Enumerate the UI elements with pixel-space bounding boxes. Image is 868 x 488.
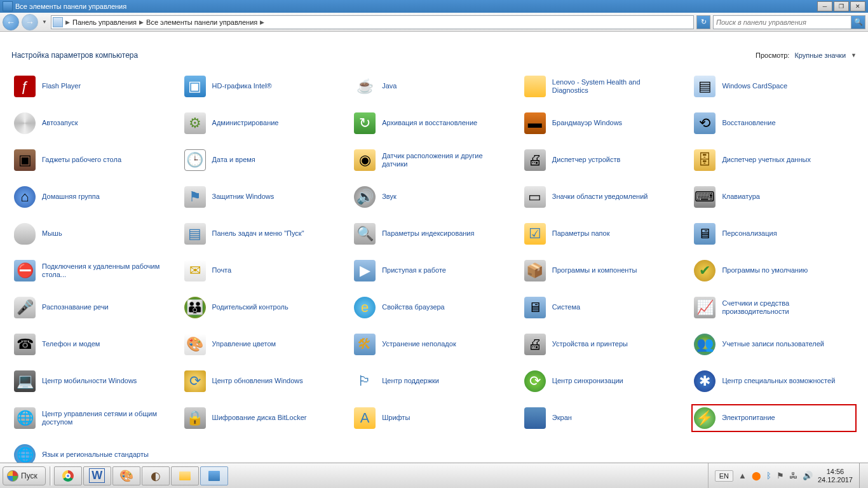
cp-item[interactable]: ↻Архивация и восстановление: [351, 109, 517, 137]
cp-item[interactable]: 🖨Диспетчер устройств: [522, 146, 687, 174]
cp-item[interactable]: 🗄Диспетчер учетных данных: [691, 146, 857, 174]
language-indicator[interactable]: EN: [715, 470, 733, 482]
cp-item[interactable]: ▤Панель задач и меню "Пуск": [182, 220, 347, 248]
cp-item[interactable]: 🔒Шифрование диска BitLocker: [182, 404, 347, 432]
back-button[interactable]: ←: [3, 14, 19, 30]
chevron-right-icon[interactable]: ▶: [139, 19, 144, 25]
cp-item[interactable]: ☕Java: [351, 72, 517, 100]
chevron-right-icon[interactable]: ▶: [65, 19, 71, 25]
tray-chevron-icon[interactable]: ▲: [738, 471, 747, 480]
cp-item[interactable]: ▣HD-графика Intel®: [182, 72, 347, 100]
ic-screen-icon: [524, 407, 546, 429]
cp-item[interactable]: ▭Значки области уведомлений: [522, 183, 687, 211]
cp-item[interactable]: 🎤Распознавание речи: [11, 294, 177, 322]
maximize-button[interactable]: ❐: [834, 1, 849, 11]
taskbar-paint[interactable]: 🎨: [112, 466, 140, 485]
ic-trouble-icon: 🛠: [354, 334, 376, 355]
cp-item[interactable]: 👥Учетные записи пользователей: [691, 330, 857, 358]
cp-item-label: Брандмауэр Windows: [552, 119, 622, 127]
chevron-right-icon[interactable]: ▶: [259, 19, 265, 25]
breadcrumb-current[interactable]: Все элементы панели управления: [146, 18, 257, 26]
cp-item[interactable]: ⌨Клавиатура: [691, 183, 857, 211]
refresh-button[interactable]: ↻: [696, 15, 710, 29]
cp-item[interactable]: 🎨Управление цветом: [182, 330, 347, 358]
cp-item[interactable]: ⚙Администрирование: [182, 109, 347, 137]
ic-color-icon: 🎨: [184, 334, 206, 355]
cp-item[interactable]: ▶Приступая к работе: [351, 257, 517, 285]
cp-item[interactable]: Мышь: [11, 220, 177, 248]
cp-item[interactable]: 🌐Центр управления сетями и общим доступо…: [11, 404, 177, 432]
volume-icon[interactable]: 🔊: [803, 471, 813, 480]
cp-item[interactable]: ⌂Домашняя группа: [11, 183, 177, 211]
cp-item[interactable]: ▤Windows CardSpace: [691, 72, 857, 100]
cp-item[interactable]: ƒFlash Player: [11, 72, 177, 100]
cp-item-label: Система: [552, 303, 580, 311]
palette-icon: 🎨: [119, 469, 133, 483]
cp-item[interactable]: ⛔Подключения к удаленным рабочим стола..…: [11, 257, 177, 285]
start-label: Пуск: [21, 471, 37, 480]
search-box[interactable]: 🔍: [713, 15, 865, 29]
cp-item-label: Гаджеты рабочего стола: [42, 156, 121, 164]
clock[interactable]: 14:56 24.12.2017: [818, 468, 853, 484]
cp-item[interactable]: Lenovo - System Health and Diagnostics: [522, 72, 687, 100]
cp-item[interactable]: 🛠Устранение неполадок: [351, 330, 517, 358]
breadcrumb-root[interactable]: Панель управления: [72, 18, 137, 26]
search-input[interactable]: [714, 18, 851, 26]
cp-item[interactable]: ⟳Центр обновления Windows: [182, 367, 347, 395]
cp-item[interactable]: ⟳Центр синхронизации: [522, 367, 687, 395]
taskbar-chrome[interactable]: [54, 466, 82, 485]
search-icon[interactable]: 🔍: [851, 16, 865, 29]
action-center-icon[interactable]: ⚑: [776, 471, 784, 480]
cp-item-label: Администрирование: [212, 119, 279, 127]
cp-item[interactable]: 🖨Устройства и принтеры: [522, 330, 687, 358]
start-button[interactable]: Пуск: [3, 466, 46, 485]
cp-item[interactable]: ⚑Защитник Windows: [182, 183, 347, 211]
ic-kbd-icon: ⌨: [694, 186, 715, 208]
taskbar-control-panel[interactable]: [200, 466, 228, 485]
cp-item[interactable]: ✱Центр специальных возможностей: [691, 367, 857, 395]
ic-devmgr-icon: 🖨: [524, 149, 546, 171]
cp-item[interactable]: 🌐Язык и региональные стандарты: [11, 441, 177, 463]
cp-item[interactable]: eСвойства браузера: [351, 294, 517, 322]
cp-item[interactable]: 💻Центр мобильности Windows: [11, 367, 177, 395]
cp-item[interactable]: ✔Программы по умолчанию: [691, 257, 857, 285]
taskbar-explorer[interactable]: [171, 466, 199, 485]
cp-item[interactable]: Экран: [522, 404, 687, 432]
cp-item[interactable]: ◉Датчик расположения и другие датчики: [351, 146, 517, 174]
cp-item[interactable]: ☎Телефон и модем: [11, 330, 177, 358]
taskbar-word[interactable]: W: [83, 466, 111, 485]
cp-item[interactable]: 🖥Система: [522, 294, 687, 322]
cp-item[interactable]: 👪Родительский контроль: [182, 294, 347, 322]
cp-item[interactable]: 🔊Звук: [351, 183, 517, 211]
minimize-button[interactable]: ─: [817, 1, 832, 11]
address-bar[interactable]: ▶ Панель управления ▶ Все элементы панел…: [51, 15, 694, 29]
history-dropdown[interactable]: ▼: [41, 14, 48, 30]
cp-item[interactable]: 🕒Дата и время: [182, 146, 347, 174]
cp-item-label: Центр управления сетями и общим доступом: [42, 410, 163, 426]
cp-item[interactable]: 📦Программы и компоненты: [522, 257, 687, 285]
cp-item[interactable]: ✉Почта: [182, 257, 347, 285]
cp-item[interactable]: Автозапуск: [11, 109, 177, 137]
forward-button[interactable]: →: [22, 14, 38, 30]
show-desktop-button[interactable]: [859, 463, 868, 489]
view-selector[interactable]: Просмотр: Крупные значки ▼: [756, 51, 857, 59]
bluetooth-icon[interactable]: ᛒ: [766, 471, 771, 480]
cp-item[interactable]: ▬Брандмауэр Windows: [522, 109, 687, 137]
avast-icon[interactable]: ⬤: [752, 471, 761, 480]
cp-item-label: Диспетчер устройств: [552, 156, 621, 164]
close-button[interactable]: ✕: [850, 1, 865, 11]
cp-item[interactable]: 📈Счетчики и средства производительности: [691, 294, 857, 322]
cp-item[interactable]: 🖥Персонализация: [691, 220, 857, 248]
taskbar-gimp[interactable]: ◐: [142, 466, 170, 485]
network-icon[interactable]: 🖧: [789, 471, 797, 480]
ic-recover-icon: ⟲: [694, 112, 715, 134]
cp-item[interactable]: ▣Гаджеты рабочего стола: [11, 146, 177, 174]
cp-item-label: Клавиатура: [722, 193, 760, 201]
ic-perf-icon: 📈: [694, 297, 715, 318]
cp-item[interactable]: ⟲Восстановление: [691, 109, 857, 137]
cp-item[interactable]: 🏳Центр поддержки: [351, 367, 517, 395]
cp-item[interactable]: 🔍Параметры индексирования: [351, 220, 517, 248]
cp-item[interactable]: AШрифты: [351, 404, 517, 432]
cp-item[interactable]: ⚡Электропитание: [691, 404, 857, 432]
cp-item[interactable]: ☑Параметры папок: [522, 220, 687, 248]
